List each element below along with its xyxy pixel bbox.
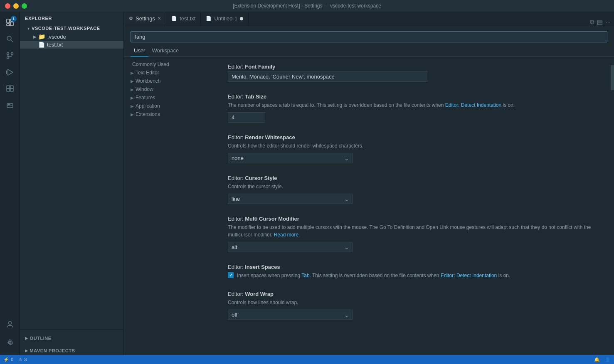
warning-icon: ⚠ [18,357,22,362]
error-count[interactable]: ⚡ 0 [3,357,13,362]
setting-insert-spaces: Editor: Insert Spaces Insert spaces when… [228,264,598,279]
nav-window[interactable]: ▶ Window [124,85,215,93]
activity-scm[interactable] [2,48,17,63]
render-whitespace-desc: Controls how the editor should render wh… [228,142,598,150]
settings-panel: User Workspace Commonly Used ▶ Text Edit… [124,26,614,355]
svg-point-20 [8,322,11,325]
untitled-tab-icon: 📄 [206,16,212,21]
scrollbar-track[interactable] [611,57,614,355]
svg-rect-0 [7,19,10,23]
tab-link[interactable]: Tab [301,273,309,278]
close-button[interactable] [5,3,10,9]
maximize-button[interactable] [22,3,27,9]
remote-icon: 👤 [605,357,611,362]
svg-point-7 [11,53,13,55]
window-title: [Extension Development Host] - Settings … [233,3,381,9]
tab-untitled[interactable]: 📄 Untitled-1 [201,12,249,26]
settings-main: Editor: Font Family Editor: Tab Size The… [215,57,611,355]
tab-test-txt[interactable]: 📄 test.txt [166,12,201,26]
warning-count-label: 3 [24,357,27,362]
multi-cursor-select[interactable]: alt ctrlCmd [228,242,353,252]
nav-workbench[interactable]: ▶ Workbench [124,77,215,85]
layout-icon[interactable]: ▤ [597,18,603,26]
commonly-used-label: Commonly Used [132,61,169,67]
status-bar-left: ⚡ 0 ⚠ 3 [3,357,27,362]
svg-marker-10 [8,69,13,75]
activity-run[interactable] [2,65,17,80]
sidebar-title: EXPLORER [20,12,123,24]
settings-tab-icon: ⚙ [129,16,133,21]
remote-status[interactable]: 👤 [605,357,611,362]
settings-body: Commonly Used ▶ Text Editor ▶ Workbench … [124,57,614,355]
cursor-style-select-wrapper: line block underline line-thin block-out… [228,194,353,204]
word-wrap-title: Editor: Word Wrap [228,291,598,297]
sidebar: EXPLORER ▾ VSCODE-TEST-WORKSPACE ▶ 📁 .vs… [20,12,124,355]
svg-point-6 [7,53,9,55]
more-actions-icon[interactable]: ··· [605,19,611,26]
features-label: Features [136,95,155,101]
folder-arrow: ▾ [25,25,32,32]
folder-icon: 📁 [38,33,45,40]
word-wrap-select[interactable]: off on wordWrapColumn bounded [228,310,353,320]
font-family-input[interactable] [228,71,427,82]
settings-search-area [124,26,614,42]
split-editor-icon[interactable]: ⧉ [590,18,594,26]
activity-remote[interactable] [2,98,17,113]
notification-bell[interactable]: 🔔 [594,357,600,362]
detect-indentation-link-1[interactable]: Editor: Detect Indentation [445,102,501,108]
window-controls [5,3,27,9]
cursor-style-title: Editor: Cursor Style [228,175,598,181]
minimize-button[interactable] [13,3,19,9]
tab-size-title: Editor: Tab Size [228,93,598,100]
svg-point-4 [7,36,11,40]
activity-bar: 1 [0,12,20,355]
setting-word-wrap: Editor: Word Wrap Controls how lines sho… [228,291,598,320]
application-label: Application [136,103,160,109]
multi-cursor-title: Editor: Multi Cursor Modifier [228,216,598,222]
search-input[interactable] [131,31,607,42]
vscode-folder[interactable]: ▶ 📁 .vscode [20,32,123,41]
untitled-modified-dot [240,17,243,20]
svg-rect-2 [10,22,13,26]
application-arrow: ▶ [131,104,134,108]
explorer-badge: 1 [11,16,17,22]
activity-explorer[interactable]: 1 [2,15,17,30]
activity-search[interactable] [2,32,17,47]
nav-commonly-used[interactable]: Commonly Used [124,60,215,69]
tab-settings[interactable]: ⚙ Settings × [124,12,166,26]
nav-features[interactable]: ▶ Features [124,93,215,102]
workspace-folder-label: VSCODE-TEST-WORKSPACE [32,26,100,31]
tab-bar-actions: ⧉ ▤ ··· [587,18,614,26]
workspace-folder[interactable]: ▾ VSCODE-TEST-WORKSPACE [20,24,123,32]
nav-text-editor[interactable]: ▶ Text Editor [124,69,215,77]
multi-cursor-desc: The modifier to be used to add multiple … [228,224,598,239]
nav-application[interactable]: ▶ Application [124,102,215,110]
render-whitespace-select[interactable]: none boundary selection trailing all [228,153,353,163]
maven-section[interactable]: ▶ MAVEN PROJECTS [20,342,123,355]
detect-indentation-link-2[interactable]: Editor: Detect Indentation [441,273,497,278]
status-bar-right: 🔔 👤 [594,357,611,362]
activity-extensions[interactable] [2,81,17,96]
tab-size-input[interactable] [228,112,265,123]
settings-tab-close[interactable]: × [158,15,161,21]
user-tab[interactable]: User [131,46,148,57]
title-bar: [Extension Development Host] - Settings … [0,0,614,12]
window-label: Window [136,86,153,92]
activity-accounts[interactable] [2,317,17,332]
test-txt-file[interactable]: 📄 test.txt [20,41,123,49]
scrollbar-thumb[interactable] [611,65,614,90]
warning-count[interactable]: ⚠ 3 [18,357,27,362]
render-whitespace-select-wrapper: none boundary selection trailing all [228,153,353,163]
read-more-link[interactable]: Read more [274,232,298,238]
cursor-style-select[interactable]: line block underline line-thin block-out… [228,194,353,204]
insert-spaces-checkbox[interactable] [228,272,234,278]
nav-extensions[interactable]: ▶ Extensions [124,110,215,118]
status-bar: ⚡ 0 ⚠ 3 🔔 👤 [0,355,614,364]
outline-arrow: ▶ [25,336,28,340]
extensions-label: Extensions [136,111,160,117]
outline-section[interactable]: ▶ OUTLINE [20,330,123,342]
svg-rect-3 [7,24,10,26]
workspace-tab[interactable]: Workspace [148,46,182,57]
svg-rect-13 [10,89,13,91]
activity-settings[interactable] [2,335,17,350]
